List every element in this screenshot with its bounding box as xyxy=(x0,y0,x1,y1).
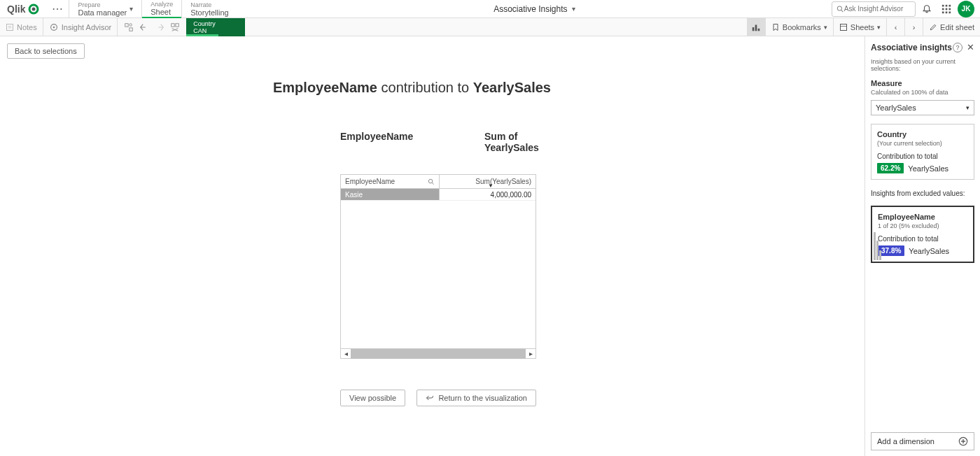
svg-rect-12 xyxy=(949,11,951,13)
cell-value: 4,000,000.00 xyxy=(440,189,536,200)
main: Back to selections EmployeeName contribu… xyxy=(0,36,980,456)
svg-rect-8 xyxy=(946,8,948,10)
svg-rect-13 xyxy=(7,24,13,30)
selection-field: Country xyxy=(193,20,238,27)
svg-rect-27 xyxy=(758,28,760,31)
nav-prepare[interactable]: Prepare Data manager ▾ xyxy=(69,0,141,18)
notifications-icon[interactable] xyxy=(918,1,935,17)
svg-point-2 xyxy=(837,6,841,10)
help-icon[interactable]: ? xyxy=(953,43,962,52)
svg-rect-9 xyxy=(949,8,951,10)
card-dim-name: EmployeeName xyxy=(878,213,967,221)
table-head-value[interactable]: Sum(YearlySales) ▼ xyxy=(440,175,536,188)
nav-narrate-small: Narrate xyxy=(190,1,228,8)
column-headers: EmployeeName Sum of YearlySales xyxy=(340,131,536,153)
table-row[interactable]: Kasie 4,000,000.00 xyxy=(341,189,536,200)
user-avatar[interactable]: JK xyxy=(958,1,974,17)
advisor-icon xyxy=(49,22,59,32)
insight-card-employeename[interactable]: EmployeeName 1 of 20 (5% excluded) Contr… xyxy=(871,206,974,263)
measure-label: Measure xyxy=(871,79,974,87)
more-menu-icon[interactable]: ⋯ xyxy=(46,2,69,15)
search-field[interactable] xyxy=(844,5,911,13)
nav-narrate[interactable]: Narrate Storytelling xyxy=(182,0,237,18)
svg-rect-28 xyxy=(840,24,846,30)
table-body-empty xyxy=(341,200,536,348)
card-metric: YearlySales xyxy=(909,247,949,255)
insight-advisor-button[interactable]: Insight Advisor xyxy=(43,18,118,36)
page-title: EmployeeName contribution to YearlySales xyxy=(273,80,850,96)
close-icon[interactable]: ✕ xyxy=(967,42,974,52)
table-hscroll[interactable]: ◂ ▸ xyxy=(341,348,536,358)
table-head-name[interactable]: EmployeeName xyxy=(341,175,440,188)
step-back-icon[interactable] xyxy=(137,20,151,34)
card-contrib-label: Contribution to total xyxy=(878,235,967,243)
scroll-right-icon[interactable]: ▸ xyxy=(526,350,536,357)
search-input[interactable] xyxy=(832,1,916,17)
svg-point-30 xyxy=(428,179,433,183)
selection-tools xyxy=(118,20,186,34)
logo-text: Qlik xyxy=(7,3,25,15)
app-title-dropdown[interactable]: Associative Insights ▾ xyxy=(237,4,832,14)
selection-value: CAN xyxy=(193,27,238,34)
card-metric: YearlySales xyxy=(908,164,948,173)
col-header-name: EmployeeName xyxy=(340,131,440,153)
svg-rect-4 xyxy=(942,4,944,6)
svg-point-17 xyxy=(52,26,55,28)
nav-narrate-big: Storytelling xyxy=(190,8,228,17)
nav-prepare-big: Data manager xyxy=(78,8,127,17)
notes-button[interactable]: Notes xyxy=(0,18,43,36)
chevron-down-icon: ▾ xyxy=(966,104,969,111)
bookmark-icon xyxy=(771,23,780,31)
mini-bar-icon xyxy=(874,232,882,260)
return-visualization-button[interactable]: Return to the visualization xyxy=(416,390,536,406)
bookmarks-button[interactable]: Bookmarks ▾ xyxy=(765,18,833,36)
selection-bar: Notes Insight Advisor Country CAN Bookma… xyxy=(0,18,980,36)
chevron-down-icon: ▾ xyxy=(877,24,881,31)
next-sheet-button[interactable]: › xyxy=(904,18,923,36)
nav-analyze[interactable]: Analyze Sheet xyxy=(142,0,181,18)
measure-select[interactable]: YearlySales ▾ xyxy=(871,100,974,115)
edit-icon xyxy=(929,23,937,31)
svg-rect-21 xyxy=(172,23,174,26)
nav-prepare-small: Prepare xyxy=(78,1,127,8)
svg-rect-18 xyxy=(125,23,128,26)
svg-rect-26 xyxy=(755,24,757,31)
col-header-value: Sum of YearlySales xyxy=(440,131,536,153)
insight-card-country[interactable]: Country (Your current selection) Contrib… xyxy=(871,124,974,180)
prev-sheet-button[interactable]: ‹ xyxy=(886,18,904,36)
card-dim-name: Country xyxy=(877,130,968,138)
clear-all-icon[interactable] xyxy=(168,20,182,34)
plus-circle-icon xyxy=(958,436,968,446)
card-contrib-label: Contribution to total xyxy=(877,152,968,160)
logo[interactable]: Qlik xyxy=(0,3,46,15)
svg-rect-10 xyxy=(942,11,944,13)
svg-rect-22 xyxy=(176,23,178,26)
scroll-track[interactable] xyxy=(351,349,526,359)
data-table: EmployeeName Sum(YearlySales) ▼ Kasie 4,… xyxy=(340,174,536,359)
grid-icon[interactable] xyxy=(938,1,955,17)
chevron-down-icon: ▾ xyxy=(572,5,575,13)
svg-rect-19 xyxy=(130,27,132,30)
smart-search-icon[interactable] xyxy=(122,20,136,34)
sort-desc-icon: ▼ xyxy=(488,183,493,189)
add-dimension-button[interactable]: Add a dimension xyxy=(871,432,974,450)
step-forward-icon[interactable] xyxy=(153,20,167,34)
search-icon xyxy=(836,5,844,13)
panel-title: Associative insights xyxy=(871,43,952,52)
scroll-left-icon[interactable]: ◂ xyxy=(341,350,351,357)
nav-analyze-small: Analyze xyxy=(150,1,173,8)
svg-rect-25 xyxy=(752,27,755,31)
qlik-icon xyxy=(28,3,39,15)
associative-insights-toggle[interactable] xyxy=(747,18,765,36)
view-possible-button[interactable]: View possible xyxy=(340,390,405,406)
cell-name: Kasie xyxy=(341,189,440,200)
sheets-button[interactable]: Sheets ▾ xyxy=(833,18,886,36)
svg-rect-7 xyxy=(942,8,944,10)
selection-tag-country[interactable]: Country CAN xyxy=(186,18,245,36)
svg-line-3 xyxy=(841,10,844,12)
search-icon[interactable] xyxy=(428,178,435,185)
top-bar: Qlik ⋯ Prepare Data manager ▾ Analyze Sh… xyxy=(0,0,980,18)
back-to-selections-button[interactable]: Back to selections xyxy=(7,43,85,59)
app-title: Associative Insights xyxy=(493,4,567,14)
edit-sheet-button[interactable]: Edit sheet xyxy=(923,18,980,36)
